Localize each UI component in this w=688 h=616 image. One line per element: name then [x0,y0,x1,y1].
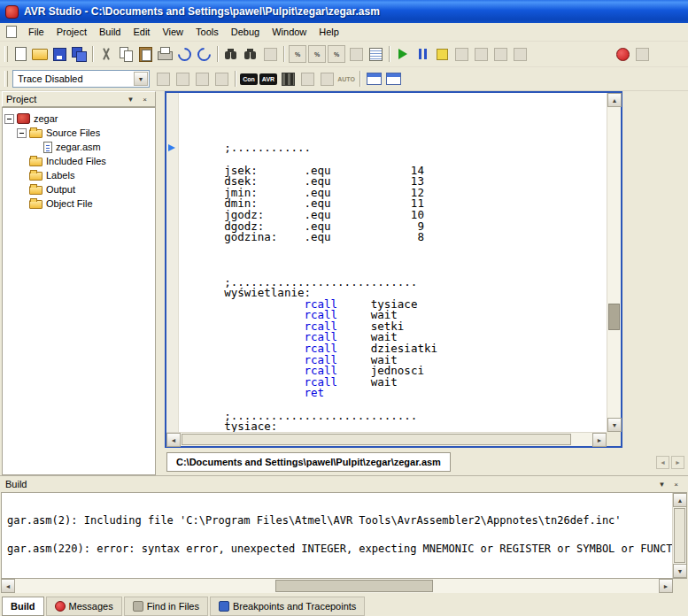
code-line[interactable] [166,232,607,243]
toolbar-separator[interactable] [359,71,360,87]
output-tab[interactable]: Messages [46,597,122,616]
output-tab[interactable]: Breakpoints and Tracepoints [210,597,365,616]
find-in-files-icon[interactable] [242,45,259,63]
tab-scroll-left-icon[interactable]: ◄ [656,456,669,469]
copy-icon[interactable] [117,45,135,63]
toolbar-separator[interactable] [283,46,284,62]
project-panel-header[interactable]: Project ▼ × [2,91,156,107]
build-output-line[interactable]: gar.asm(2): Including file 'C:\Program F… [7,514,672,528]
tree-item[interactable]: Source Files [3,126,155,140]
vertical-scrollbar-thumb[interactable] [674,508,685,563]
project-options-icon[interactable] [367,45,384,63]
code-line[interactable]: rcall wait [166,310,607,321]
code-line[interactable]: jsek: .equ 14 [166,142,607,154]
build-and-run-icon[interactable]: % [328,45,345,63]
menu-item[interactable]: Build [93,24,127,40]
title-bar[interactable]: AVR Studio - C:\Documents and Settings\p… [0,0,688,23]
code-line[interactable]: out portb,r16 [166,421,607,432]
menu-item[interactable]: Tools [189,24,225,40]
panel-close-button[interactable]: × [138,93,151,105]
scroll-up-icon[interactable]: ▲ [673,493,687,507]
memory-view-icon[interactable] [279,70,297,88]
code-editor[interactable]: ;............ jsek: .equ 14 dsek: .equ 1… [166,93,607,432]
code-line[interactable]: rcall dziesiatki [166,321,607,333]
code-line[interactable]: ;............................ [166,388,607,399]
build-output-line[interactable] [7,528,672,543]
step-over-icon[interactable] [472,45,490,63]
autostep-icon[interactable] [213,70,230,88]
build-output-text[interactable]: gar.asm(2): Including file 'C:\Program F… [2,493,672,578]
find-icon[interactable] [222,45,240,63]
code-line[interactable] [166,243,607,255]
code-line[interactable]: rcall wait [166,288,607,299]
tree-item[interactable]: zegar.asm [3,140,155,154]
scroll-left-icon[interactable]: ◄ [1,579,15,593]
toggle-breakpoint-icon[interactable] [614,45,631,63]
scroll-right-icon[interactable]: ► [659,579,673,593]
cut-icon[interactable] [97,45,115,63]
save-all-icon[interactable] [70,45,88,63]
code-line[interactable]: rcall tysiace [166,277,607,289]
code-line[interactable]: jgodz: .equ 10 [166,188,607,199]
code-line[interactable]: jmin: .equ 12 [166,166,607,177]
trace-out-icon[interactable] [193,70,211,88]
build-vertical-scrollbar[interactable]: ▲ ▼ [672,493,686,578]
bookmark-icon[interactable] [261,45,279,63]
code-line[interactable] [166,110,607,121]
disassembler-icon[interactable] [318,70,336,88]
trace-over-icon[interactable] [174,70,191,88]
run-to-cursor-icon[interactable] [511,45,529,63]
run-icon[interactable] [394,45,412,63]
pause-icon[interactable] [414,45,431,63]
code-line[interactable]: rcall wait [166,355,607,366]
tree-item[interactable]: zegar [3,112,155,126]
code-line[interactable]: dgodz: .equ 9 [166,198,607,210]
code-line[interactable]: rcall wait [166,332,607,343]
new-file-icon[interactable] [12,45,29,63]
code-line[interactable]: ;............ [166,120,607,132]
output-tab[interactable]: Find in Files [124,597,208,616]
vertical-scrollbar-thumb[interactable] [608,304,620,330]
toolbar-separator[interactable] [235,71,236,87]
tree-item[interactable]: Object File [3,196,155,211]
horizontal-scrollbar-thumb[interactable] [275,580,433,592]
register-view-icon[interactable] [384,70,402,88]
menu-item[interactable]: Project [50,24,93,40]
tree-item[interactable]: Labels [3,168,155,182]
code-line[interactable]: tysiace: [166,399,607,411]
editor-file-tab[interactable]: C:\Documents and Settings\pawel\Pulpit\z… [166,452,451,472]
remove-breakpoints-icon[interactable] [633,45,651,63]
scroll-down-icon[interactable]: ▼ [673,564,687,578]
combo-dropdown-icon[interactable]: ▼ [134,72,148,86]
code-line[interactable]: godzina: .equ 8 [166,210,607,221]
code-line[interactable]: rcall setki [166,299,607,311]
undo-icon[interactable] [175,45,193,63]
toolbar-grip[interactable] [4,46,8,62]
code-line[interactable]: ;............................ [166,254,607,266]
avr-target-icon[interactable]: AVR [259,73,277,85]
save-icon[interactable] [50,45,68,63]
menu-item[interactable]: File [22,24,50,40]
build-panel-close-button[interactable]: × [669,478,683,490]
assemble-icon[interactable]: % [289,45,306,63]
build-icon[interactable]: % [308,45,326,63]
code-line[interactable] [166,377,607,389]
menu-item[interactable]: Window [266,24,313,40]
horizontal-scrollbar-thumb[interactable] [182,434,571,445]
console-window-icon[interactable]: Con [240,73,258,85]
output-tab[interactable]: Build [2,597,44,616]
tree-expander-icon[interactable] [17,128,27,138]
scroll-down-icon[interactable]: ▼ [607,418,622,432]
tree-expander-icon[interactable] [4,114,14,124]
tree-item[interactable]: Included Files [3,154,155,168]
reset-icon[interactable] [433,45,451,63]
menu-item[interactable]: View [156,24,189,40]
step-into-icon[interactable] [452,45,470,63]
tree-item[interactable]: Output [3,182,155,196]
paste-icon[interactable] [136,45,154,63]
code-line[interactable] [166,132,607,143]
code-line[interactable] [166,221,607,233]
watch-view-icon[interactable] [298,70,316,88]
io-view-icon[interactable] [365,70,383,88]
code-line[interactable]: dsek: .equ 13 [166,154,607,166]
